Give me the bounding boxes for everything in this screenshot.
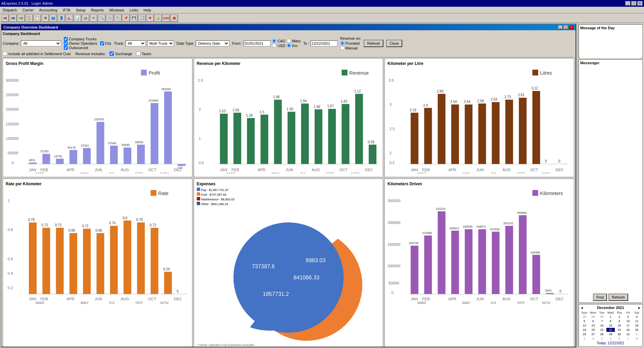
- tb-ae1[interactable]: AE: [1, 14, 9, 22]
- miles-radio[interactable]: [287, 39, 291, 43]
- surcharge-checkbox[interactable]: [109, 51, 114, 56]
- cal-day[interactable]: 21: [598, 328, 606, 332]
- company-select[interactable]: All: [21, 40, 61, 46]
- cal-day[interactable]: 20: [589, 328, 597, 332]
- tb-icon15[interactable]: 🔄: [138, 14, 146, 22]
- truck-select[interactable]: All: [126, 40, 146, 46]
- cal-today[interactable]: 22: [606, 328, 615, 332]
- post-button[interactable]: Post: [593, 294, 607, 301]
- cal-day[interactable]: 2: [615, 315, 624, 319]
- cal-day[interactable]: 6: [615, 337, 624, 341]
- manual-radio[interactable]: [340, 46, 344, 50]
- tb-icon2[interactable]: 📋: [34, 14, 41, 22]
- cal-day[interactable]: 30: [598, 315, 606, 319]
- cal-day[interactable]: 16: [615, 323, 624, 327]
- tb-icon9[interactable]: ✂: [90, 14, 97, 22]
- cal-day[interactable]: 15: [606, 323, 615, 327]
- to-date-input[interactable]: [311, 40, 337, 46]
- cal-day[interactable]: 6: [589, 319, 597, 323]
- cal-prev-btn[interactable]: ◄: [580, 306, 584, 310]
- tb-icon17[interactable]: 🔒: [154, 14, 162, 22]
- outsourced-checkbox[interactable]: [64, 46, 68, 50]
- messenger-textarea[interactable]: [580, 66, 641, 293]
- cal-day[interactable]: 28: [598, 332, 606, 336]
- win-maximize[interactable]: □: [563, 25, 568, 29]
- date-type-select[interactable]: Delivery Date: [196, 40, 229, 46]
- menu-dispatch[interactable]: Dispatch: [1, 8, 18, 12]
- cal-day[interactable]: 7: [624, 337, 632, 341]
- cal-day[interactable]: 8: [633, 337, 641, 341]
- cal-day[interactable]: 24: [624, 328, 632, 332]
- win-minimize[interactable]: _: [558, 25, 563, 29]
- tb-icon12[interactable]: 🔧: [114, 14, 122, 22]
- cal-day[interactable]: 27: [589, 332, 597, 336]
- cal-day[interactable]: 10: [624, 319, 632, 323]
- menu-accounting[interactable]: Accounting: [38, 8, 58, 12]
- cal-day[interactable]: 4: [633, 315, 641, 319]
- tb-icon3[interactable]: ⚙: [42, 14, 49, 22]
- cal-day[interactable]: 13: [589, 323, 597, 327]
- cal-day[interactable]: 3: [624, 315, 632, 319]
- cal-day[interactable]: 29: [589, 315, 597, 319]
- taxes-checkbox[interactable]: [136, 51, 140, 56]
- cal-day[interactable]: 11: [633, 319, 641, 323]
- panel-refresh-button[interactable]: Refresh: [608, 294, 628, 301]
- cal-day[interactable]: 5: [606, 337, 615, 341]
- usd-radio[interactable]: [272, 43, 276, 48]
- menu-help[interactable]: Help: [142, 8, 152, 12]
- include-settlement-checkbox[interactable]: [3, 51, 7, 56]
- cal-day[interactable]: 8: [606, 319, 615, 323]
- cal-day[interactable]: 17: [624, 323, 632, 327]
- tb-icon16[interactable]: ✖: [146, 14, 154, 22]
- maximize-btn[interactable]: □: [631, 1, 637, 6]
- menu-setup[interactable]: Setup: [75, 8, 87, 12]
- menu-windows[interactable]: Windows: [108, 8, 126, 12]
- tb-icon11[interactable]: 📎: [106, 14, 113, 22]
- truck-type-select[interactable]: Multi Trucks: [147, 40, 174, 46]
- cal-day[interactable]: 26: [580, 332, 589, 336]
- km-radio[interactable]: [287, 43, 291, 48]
- cal-day[interactable]: 30: [615, 332, 624, 336]
- cal-day[interactable]: 29: [606, 332, 615, 336]
- cal-day[interactable]: 19: [580, 328, 589, 332]
- tb-icon19[interactable]: 📤: [171, 14, 178, 22]
- cal-day[interactable]: 4: [598, 337, 606, 341]
- tb-ae2[interactable]: AE: [9, 14, 17, 22]
- cal-next-btn[interactable]: ►: [638, 306, 641, 310]
- tb-icon6[interactable]: 🚛: [66, 14, 73, 22]
- tb-icon14[interactable]: 💾: [130, 14, 138, 22]
- tb-ae3[interactable]: AE: [17, 14, 25, 22]
- cal-day[interactable]: 7: [598, 319, 606, 323]
- cal-day[interactable]: 1: [633, 332, 641, 336]
- cal-day[interactable]: 5: [580, 319, 589, 323]
- cal-day[interactable]: 9: [615, 319, 624, 323]
- cal-day[interactable]: 28: [580, 315, 589, 319]
- minimize-btn[interactable]: _: [625, 1, 631, 6]
- tb-icon1[interactable]: 🏠: [26, 14, 33, 22]
- cal-day[interactable]: 25: [633, 328, 641, 332]
- cal-day[interactable]: 3: [589, 337, 597, 341]
- owner-ops-checkbox[interactable]: [64, 41, 68, 45]
- city-checkbox[interactable]: [100, 41, 104, 45]
- menu-ifta[interactable]: IFTA: [61, 8, 72, 12]
- cal-day[interactable]: 14: [598, 323, 606, 327]
- close-app-btn[interactable]: ✕: [637, 1, 643, 6]
- tb-icon13[interactable]: 📌: [122, 14, 130, 22]
- cal-day[interactable]: 1: [606, 315, 615, 319]
- tb-icon5[interactable]: 👤: [58, 14, 65, 22]
- prorated-radio[interactable]: [340, 41, 344, 45]
- menu-reports[interactable]: Reports: [90, 8, 105, 12]
- menu-links[interactable]: Links: [128, 8, 140, 12]
- cal-day[interactable]: 12: [580, 323, 589, 327]
- tb-icon4[interactable]: 👥: [50, 14, 57, 22]
- cad-radio[interactable]: [272, 39, 276, 43]
- tb-icon7[interactable]: 📊: [74, 14, 81, 22]
- tb-icon10[interactable]: 🔍: [98, 14, 105, 22]
- cal-day[interactable]: 23: [615, 328, 624, 332]
- win-close[interactable]: ✕: [569, 25, 573, 29]
- from-date-input[interactable]: [244, 40, 271, 46]
- message-textarea[interactable]: [580, 31, 641, 58]
- close-button[interactable]: Close: [386, 40, 402, 47]
- cal-day[interactable]: 31: [624, 332, 632, 336]
- tb-icon18[interactable]: AED: [163, 14, 170, 22]
